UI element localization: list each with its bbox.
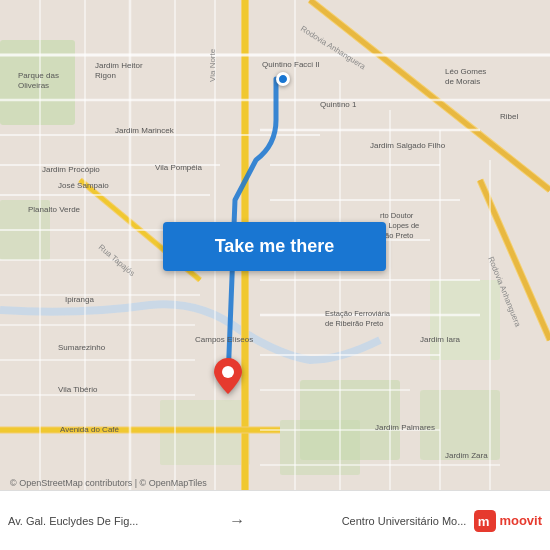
svg-text:Parque das: Parque das (18, 71, 59, 80)
svg-text:de Morais: de Morais (445, 77, 480, 86)
svg-text:José Sampaio: José Sampaio (58, 181, 109, 190)
arrow-icon: → (223, 512, 251, 530)
map-attribution: © OpenStreetMap contributors | © OpenMap… (10, 478, 207, 488)
destination-marker (214, 358, 242, 398)
svg-text:Jardim Procópio: Jardim Procópio (42, 165, 100, 174)
svg-text:Planalto Verde: Planalto Verde (28, 205, 81, 214)
route-from: Av. Gal. Euclydes De Fig... (8, 515, 223, 527)
svg-text:Quintino 1: Quintino 1 (320, 100, 357, 109)
moovit-logo-icon: m (474, 510, 496, 532)
svg-text:Sumarezinho: Sumarezinho (58, 343, 106, 352)
svg-text:ão Preto: ão Preto (385, 231, 413, 240)
svg-text:Via Norte: Via Norte (208, 48, 217, 82)
svg-text:Léo Gomes: Léo Gomes (445, 67, 486, 76)
moovit-brand-name: moovit (499, 513, 542, 528)
svg-text:Avenida do Café: Avenida do Café (60, 425, 120, 434)
svg-text:rto Doutor: rto Doutor (380, 211, 414, 220)
svg-text:Ribel: Ribel (500, 112, 518, 121)
svg-text:Rigon: Rigon (95, 71, 116, 80)
svg-text:m: m (478, 514, 490, 529)
svg-text:Vila Pompéia: Vila Pompéia (155, 163, 203, 172)
map-container: Parque das Oliveiras Jardim Heitor Rigon… (0, 0, 550, 490)
svg-text:Jardim Marincek: Jardim Marincek (115, 126, 175, 135)
svg-text:de Ribeirão Preto: de Ribeirão Preto (325, 319, 383, 328)
svg-text:Jardim Iara: Jardim Iara (420, 335, 461, 344)
svg-text:Jardim Palmares: Jardim Palmares (375, 423, 435, 432)
svg-text:Estação Ferroviária: Estação Ferroviária (325, 309, 391, 318)
svg-text:Ipiranga: Ipiranga (65, 295, 94, 304)
bottom-bar: Av. Gal. Euclydes De Fig... → Centro Uni… (0, 490, 550, 550)
svg-text:Quintino Facci II: Quintino Facci II (262, 60, 320, 69)
svg-point-81 (222, 366, 234, 378)
svg-text:Campos Elíseos: Campos Elíseos (195, 335, 253, 344)
svg-text:Jardim Heitor: Jardim Heitor (95, 61, 143, 70)
svg-text:Vila Tibério: Vila Tibério (58, 385, 98, 394)
svg-text:Oliveiras: Oliveiras (18, 81, 49, 90)
route-to: Centro Universitário Mo... (251, 515, 466, 527)
origin-marker (276, 72, 290, 86)
svg-text:Jardim Zara: Jardim Zara (445, 451, 488, 460)
svg-rect-6 (280, 420, 360, 475)
svg-text:Jardim Salgado Filho: Jardim Salgado Filho (370, 141, 446, 150)
moovit-logo: m moovit (474, 510, 542, 532)
take-me-there-button[interactable]: Take me there (163, 222, 386, 271)
